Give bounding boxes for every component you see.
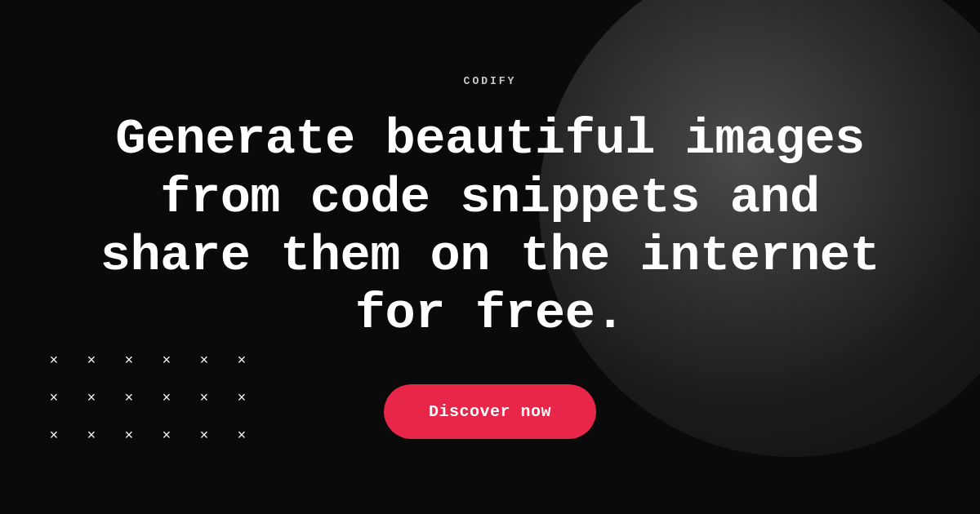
discover-now-button[interactable]: Discover now [384,384,596,439]
hero-headline: Generate beautiful images from code snip… [65,110,915,343]
main-content: CODIFY Generate beautiful images from co… [0,0,980,514]
brand-label: CODIFY [65,75,915,87]
cta-container: Discover now [65,384,915,439]
